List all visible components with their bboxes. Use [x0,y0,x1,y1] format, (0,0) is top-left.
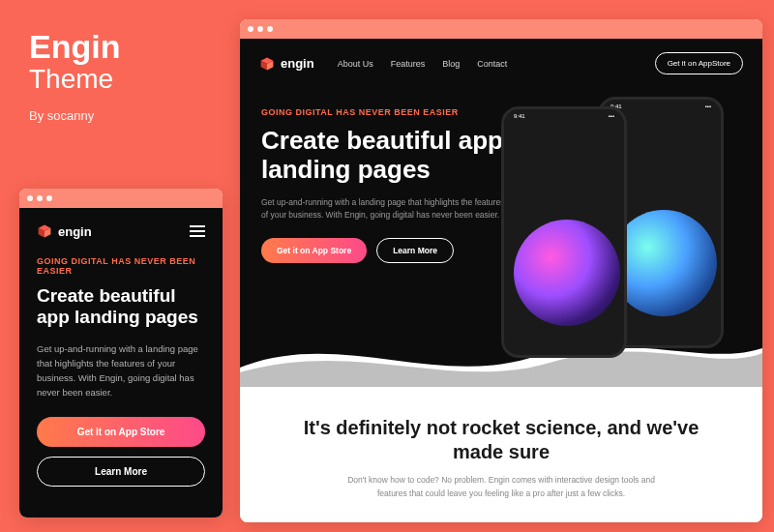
window-dot-icon [248,26,253,32]
hero-content: GOING DIGITAL HAS NEVER BEEN EASIER Crea… [240,88,530,263]
phone-time: 9:41 [514,113,525,119]
phone-mockups: 9:41 ••• 9:41 ••• [501,97,743,377]
nav-cta-button[interactable]: Get it on AppStore [655,52,743,74]
nav-link-about[interactable]: About Us [338,59,373,69]
theme-title-block: Engin Theme By socanny [29,29,120,123]
hero-buttons: Get it on App Store Learn More [261,238,509,263]
window-dot-icon [37,195,43,201]
logo[interactable]: engin [37,223,92,239]
hero-heading: Create beautiful app landing pages [261,127,509,185]
phone-signal-icon: ••• [609,113,614,119]
window-dot-icon [46,195,52,201]
hamburger-menu-icon[interactable] [190,225,205,237]
cta-primary-button[interactable]: Get it on App Store [37,417,205,447]
hero-heading: Create beautiful app landing pages [37,285,205,328]
mobile-header: engin [37,223,205,239]
desktop-window-titlebar [240,19,762,39]
section-features: It's definitely not rocket science, and … [240,387,762,522]
section-description: Don't know how to code? No problem. Engi… [346,474,656,500]
eyebrow-text: GOING DIGITAL HAS NEVER BEEN EASIER [37,256,205,276]
theme-author: By socanny [29,108,120,123]
logo-cube-icon [259,56,275,72]
nav-link-blog[interactable]: Blog [442,59,460,69]
mobile-viewport: engin GOING DIGITAL HAS NEVER BEEN EASIE… [19,208,223,517]
eyebrow-text: GOING DIGITAL HAS NEVER BEEN EASIER [261,107,509,117]
hero-section: engin About Us Features Blog Contact Get… [240,39,762,387]
logo-text: engin [281,56,314,71]
section-heading: It's definitely not rocket science, and … [279,416,724,464]
desktop-preview-window: engin About Us Features Blog Contact Get… [240,19,762,522]
phone-mockup-front: 9:41 ••• [501,106,627,358]
phone-signal-icon: ••• [705,103,711,109]
hero-description: Get up-and-running with a landing page t… [261,196,513,222]
logo-cube-icon [37,223,52,239]
theme-name: Engin [29,29,120,65]
phone-status-bar: 9:41 ••• [504,109,624,123]
desktop-viewport: engin About Us Features Blog Contact Get… [240,39,762,522]
nav-links: About Us Features Blog Contact [338,59,508,69]
nav-link-features[interactable]: Features [391,59,426,69]
cta-secondary-button[interactable]: Learn More [37,457,205,487]
desktop-nav: engin About Us Features Blog Contact Get… [240,39,762,88]
mobile-window-titlebar [19,189,223,208]
logo[interactable]: engin [259,56,314,72]
cta-secondary-button[interactable]: Learn More [376,238,454,263]
theme-subtitle: Theme [29,65,120,95]
nav-link-contact[interactable]: Contact [477,59,507,69]
window-dot-icon [27,195,33,201]
mobile-preview-window: engin GOING DIGITAL HAS NEVER BEEN EASIE… [19,189,223,517]
window-dot-icon [257,26,263,32]
hero-description: Get up-and-running with a landing page t… [37,341,205,400]
logo-text: engin [58,224,92,239]
window-dot-icon [267,26,273,32]
planet-image-purple [514,220,620,326]
cta-primary-button[interactable]: Get it on App Store [261,238,367,263]
